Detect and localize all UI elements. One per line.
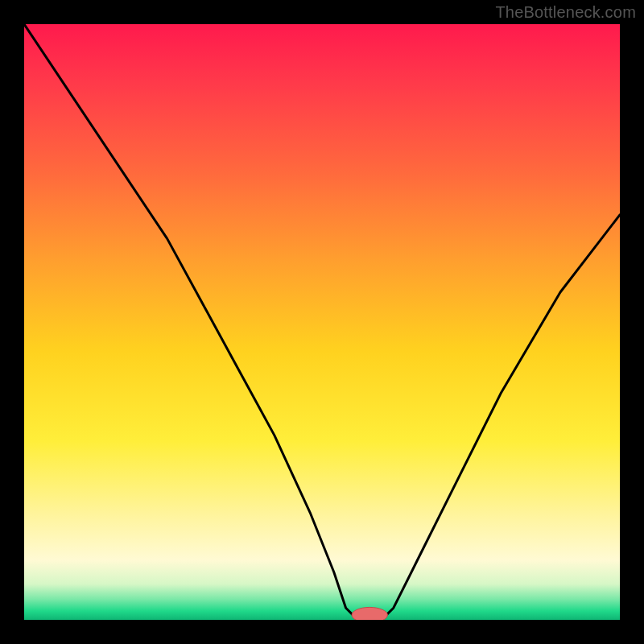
watermark-text: TheBottleneck.com bbox=[495, 3, 636, 22]
gradient-background bbox=[24, 24, 620, 620]
chart-container: TheBottleneck.com bbox=[0, 0, 644, 644]
plot-frame bbox=[24, 24, 620, 620]
minimum-marker bbox=[352, 607, 387, 620]
chart-svg bbox=[24, 24, 620, 620]
